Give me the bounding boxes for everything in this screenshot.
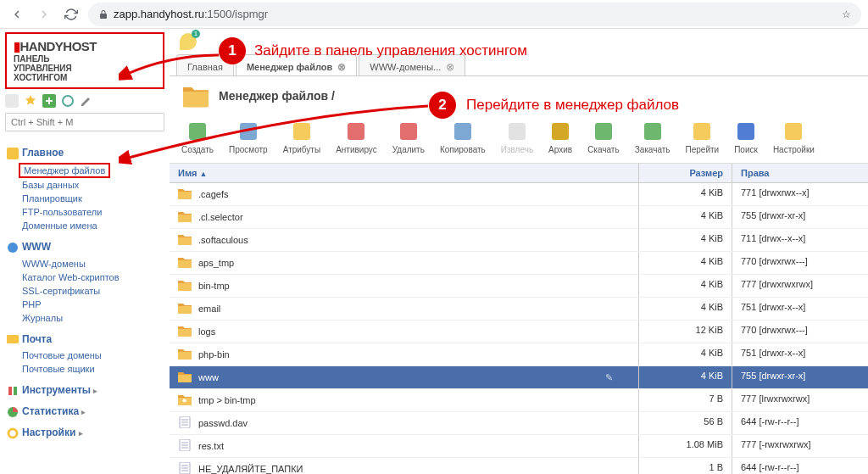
svg-point-2 xyxy=(63,96,73,106)
nav-mailboxes[interactable]: Почтовые ящики xyxy=(5,362,164,376)
bell-icon[interactable] xyxy=(180,33,197,50)
home-icon[interactable] xyxy=(5,94,19,108)
folder-icon xyxy=(178,348,192,361)
nav-www-domains[interactable]: WWW-домены xyxy=(5,257,164,270)
file-row[interactable]: php-bin4 KiB751 [drwxr-x--x] xyxy=(170,343,868,366)
file-perm: 777 [lrwxrwxrwx] xyxy=(732,389,868,411)
file-perm: 777 [drwxrwxrwx] xyxy=(732,275,868,297)
svg-rect-5 xyxy=(7,335,19,343)
annotation-text-2: Перейдите в менеджер файлов xyxy=(466,97,679,114)
toolbar-закачать[interactable]: Закачать xyxy=(635,120,670,154)
file-size: 4 KiB xyxy=(639,206,732,228)
toolbar-label: Закачать xyxy=(635,145,670,154)
nav-databases[interactable]: Базы данных xyxy=(5,178,164,192)
address-bar[interactable]: zapp.handyhost.ru:1500/ispmgr ☆ xyxy=(88,3,861,26)
edit-icon[interactable] xyxy=(80,94,93,108)
toolbar-копировать[interactable]: Копировать xyxy=(440,120,486,154)
reload-button[interactable] xyxy=(61,4,81,25)
file-row[interactable]: res.txt1.08 MiB777 [-rwxrwxrwx] xyxy=(170,435,868,458)
annotation-badge-1: 1 xyxy=(219,37,246,64)
file-row[interactable]: www✎4 KiB755 [drwxr-xr-x] xyxy=(170,366,868,389)
toolbar-скачать[interactable]: Скачать xyxy=(587,120,620,154)
file-row[interactable]: passwd.dav56 B644 [-rw-r--r--] xyxy=(170,412,868,435)
toolbar-перейти[interactable]: Перейти xyxy=(686,120,720,154)
nav-php[interactable]: PHP xyxy=(5,298,164,311)
svg-rect-19 xyxy=(644,123,661,140)
folder-icon xyxy=(178,302,192,315)
file-row[interactable]: aps_tmp4 KiB770 [drwxrwx---] xyxy=(170,252,868,275)
folder-icon xyxy=(178,279,192,293)
star-icon[interactable]: ☆ xyxy=(842,8,851,20)
file-size: 7 B xyxy=(639,389,732,411)
folder-icon xyxy=(178,256,192,270)
file-size: 56 B xyxy=(639,412,732,434)
nav-mail-domains[interactable]: Почтовые домены xyxy=(5,349,164,362)
sort-asc-icon: ▲ xyxy=(199,170,207,178)
link-icon xyxy=(178,393,192,407)
toolbar-icon xyxy=(642,120,664,142)
edit-icon[interactable]: ✎ xyxy=(605,372,613,383)
file-row[interactable]: tmp > bin-tmp7 B777 [lrwxrwxrwx] xyxy=(170,389,868,412)
file-row[interactable]: .cl.selector4 KiB755 [drwxr-xr-x] xyxy=(170,206,868,229)
favorite-icon[interactable] xyxy=(24,94,37,108)
svg-rect-16 xyxy=(509,123,526,140)
browser-chrome: zapp.handyhost.ru:1500/ispmgr ☆ xyxy=(0,0,868,29)
col-size-header[interactable]: Размер xyxy=(639,164,732,182)
toolbar-icon xyxy=(549,120,571,142)
file-perm: 770 [drwxrwx---] xyxy=(732,321,868,343)
file-size: 12 KiB xyxy=(639,321,732,343)
nav-group-mail[interactable]: Почта xyxy=(7,333,164,346)
file-perm: 755 [drwxr-xr-x] xyxy=(732,366,868,388)
refresh-icon[interactable] xyxy=(61,94,75,108)
toolbar-архив[interactable]: Архив xyxy=(548,120,572,154)
file-size: 4 KiB xyxy=(639,298,732,320)
nav-web-scripts[interactable]: Каталог Web-скриптов xyxy=(5,270,164,284)
nav-group-tools[interactable]: Инструменты ▸ xyxy=(7,384,164,397)
svg-rect-18 xyxy=(595,123,612,140)
file-icon xyxy=(178,439,192,453)
file-name: bin-tmp xyxy=(198,281,230,291)
file-icon xyxy=(178,416,192,430)
file-row[interactable]: .cagefs4 KiB771 [drwxrwx--x] xyxy=(170,183,868,206)
svg-rect-0 xyxy=(5,94,19,108)
forward-button[interactable] xyxy=(34,4,54,25)
toolbar-извлечь: Извлечь xyxy=(501,120,533,154)
toolbar-настройки[interactable]: Настройки xyxy=(773,120,815,154)
url-text: zapp.handyhost.ru:1500/ispmgr xyxy=(114,8,268,20)
nav-domains[interactable]: Доменные имена xyxy=(5,219,164,232)
annotation-text-1: Зайдите в панель управления хостингом xyxy=(254,42,527,59)
add-icon[interactable] xyxy=(42,94,56,108)
col-name-header[interactable]: Имя▲ xyxy=(170,164,639,182)
file-row[interactable]: .softaculous4 KiB711 [drwx--x--x] xyxy=(170,229,868,252)
file-row[interactable]: НЕ_УДАЛЯЙТЕ_ПАПКИ1 B644 [-rw-r--r--] xyxy=(170,458,868,474)
close-icon[interactable]: ⊗ xyxy=(446,61,454,73)
file-name: tmp > bin-tmp xyxy=(198,395,256,405)
file-row[interactable]: bin-tmp4 KiB777 [drwxrwxrwx] xyxy=(170,275,868,298)
nav-ssl[interactable]: SSL-сертификаты xyxy=(5,284,164,298)
main-area: Главная Менеджер файлов⊗ WWW-домены...⊗ … xyxy=(170,29,868,474)
nav-scheduler[interactable]: Планировщик xyxy=(5,192,164,205)
file-name: res.txt xyxy=(198,441,224,451)
file-name: php-bin xyxy=(198,349,230,360)
nav-file-manager[interactable]: Менеджер файлов xyxy=(19,163,110,178)
nav-group-stats[interactable]: Статистика ▸ xyxy=(7,405,164,418)
file-name: .cagefs xyxy=(198,189,228,199)
svg-rect-7 xyxy=(14,387,17,395)
file-size: 1.08 MiB xyxy=(639,435,732,457)
nav-group-www[interactable]: WWW xyxy=(7,241,164,254)
back-button[interactable] xyxy=(7,4,27,25)
nav-ftp-users[interactable]: FTP-пользователи xyxy=(5,205,164,219)
folder-icon xyxy=(178,210,192,224)
nav-logs[interactable]: Журналы xyxy=(5,311,164,325)
folder-icon xyxy=(178,233,192,247)
svg-rect-20 xyxy=(693,123,710,140)
nav-group-settings[interactable]: Настройки ▸ xyxy=(7,427,164,439)
file-row[interactable]: email4 KiB751 [drwxr-x--x] xyxy=(170,298,868,321)
file-row[interactable]: logs12 KiB770 [drwxrwx---] xyxy=(170,321,868,343)
toolbar-поиск[interactable]: Поиск xyxy=(734,120,758,154)
file-perm: 777 [-rwxrwxrwx] xyxy=(732,435,868,457)
close-icon[interactable]: ⊗ xyxy=(337,61,346,73)
svg-point-9 xyxy=(8,429,17,438)
col-perm-header[interactable]: Права xyxy=(732,164,868,182)
file-perm: 644 [-rw-r--r--] xyxy=(732,458,868,474)
